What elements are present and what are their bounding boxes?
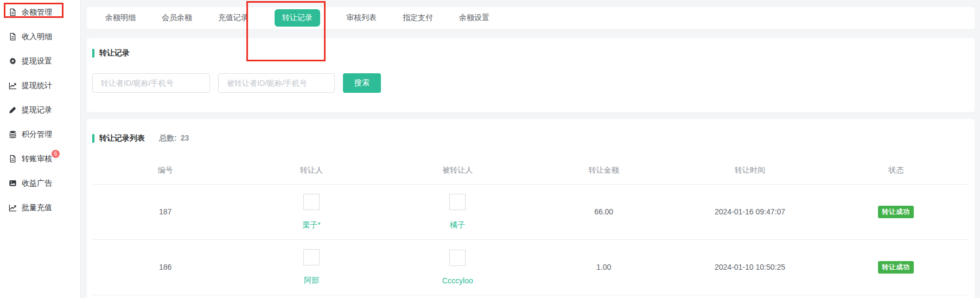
record-id: 187 <box>92 184 238 239</box>
sidebar-item-withdrawal-statistics[interactable]: 提现统计 <box>0 73 80 98</box>
sidebar-item-withdrawal-records[interactable]: 提现记录 <box>0 98 80 122</box>
transferor-name-link[interactable]: 栗子* <box>302 220 320 230</box>
pencil-icon <box>9 106 17 114</box>
transferor-avatar[interactable] <box>303 249 320 265</box>
total-count-value: 23 <box>181 134 189 142</box>
sidebar-item-label: 批量充值 <box>22 203 52 213</box>
total-count-label: 总数: <box>159 134 177 142</box>
tab-recharge-records[interactable]: 充值记录 <box>218 13 249 23</box>
tab-designated-payment[interactable]: 指定支付 <box>403 13 433 23</box>
column-header-id: 编号 <box>92 157 238 184</box>
list-section-title: 转让记录列表 <box>99 134 145 143</box>
record-id: 186 <box>92 239 238 295</box>
filter-section-title: 转让记录 <box>99 48 130 58</box>
document-icon <box>9 33 17 41</box>
column-header-time: 转让时间 <box>677 157 823 184</box>
tab-bar: 余额明细 会员余额 充值记录 转让记录 审核列表 指定支付 余额设置 <box>87 7 975 29</box>
transfer-time: 2024-01-10 10:50:25 <box>677 239 823 295</box>
column-header-transferor: 转让人 <box>238 157 384 184</box>
sidebar-item-label: 提现记录 <box>22 105 52 115</box>
filter-panel: 转让记录 搜索 <box>87 38 975 112</box>
transferee-name-link[interactable]: 橘子 <box>450 220 465 230</box>
sidebar-item-label: 提现设置 <box>22 56 52 66</box>
sidebar-item-transfer-review[interactable]: 转账审核 6 <box>0 147 80 171</box>
tab-review-list[interactable]: 审核列表 <box>346 13 377 23</box>
transferor-avatar[interactable] <box>303 194 320 210</box>
transferee-avatar[interactable] <box>449 194 466 210</box>
column-header-amount: 转让金额 <box>531 157 677 184</box>
transferor-cell: 阿部 <box>238 249 384 286</box>
tab-balance-detail[interactable]: 余额明细 <box>105 13 136 23</box>
table-row: 186 阿部 Ccccyloo 1.00 2024- <box>92 239 969 295</box>
sidebar-item-label: 积分管理 <box>22 130 52 140</box>
transfer-amount: 66.00 <box>531 184 677 239</box>
transferee-cell: 橘子 <box>385 194 531 230</box>
tab-balance-settings[interactable]: 余额设置 <box>459 13 489 23</box>
transfer-records-panel: 转让记录列表 总数:23 编号 转让人 被转让人 转让金额 转让时间 状态 18… <box>87 119 975 298</box>
sidebar-item-withdrawal-settings[interactable]: 提现设置 <box>0 49 80 73</box>
sidebar-item-label: 余额管理 <box>22 8 52 17</box>
sidebar-item-points-management[interactable]: 积分管理 <box>0 122 80 147</box>
tabs: 余额明细 会员余额 充值记录 转让记录 审核列表 指定支付 余额设置 <box>87 7 975 29</box>
section-accent-bar <box>92 49 94 58</box>
transferor-search-input[interactable] <box>92 73 210 93</box>
transferee-name-link[interactable]: Ccccyloo <box>442 276 473 285</box>
main-content: 余额明细 会员余额 充值记录 转让记录 审核列表 指定支付 余额设置 转让记录 … <box>81 0 980 298</box>
notification-badge: 6 <box>52 150 60 158</box>
list-section-header: 转让记录列表 总数:23 <box>87 119 975 143</box>
tab-transfer-records[interactable]: 转让记录 <box>275 9 320 27</box>
sidebar-item-batch-recharge[interactable]: 批量充值 <box>0 195 80 220</box>
column-header-status: 状态 <box>823 157 969 184</box>
transferee-search-input[interactable] <box>218 73 335 93</box>
document-icon <box>9 155 17 163</box>
column-header-transferee: 被转让人 <box>385 157 531 184</box>
sidebar: 余额管理 收入明细 提现设置 提现统计 提现记录 积分管理 转账 <box>0 0 81 298</box>
transferee-cell: Ccccyloo <box>385 250 531 285</box>
transfer-time: 2024-01-16 09:47:07 <box>677 184 823 239</box>
tab-member-balance[interactable]: 会员余额 <box>162 13 192 23</box>
transfer-records-table: 编号 转让人 被转让人 转让金额 转让时间 状态 187 栗子* <box>92 157 969 295</box>
image-icon <box>9 179 17 187</box>
status-badge: 转让成功 <box>878 261 914 274</box>
sidebar-item-balance-management[interactable]: 余额管理 <box>0 0 80 24</box>
sidebar-item-revenue-ads[interactable]: 收益广告 <box>0 171 80 195</box>
line-chart-icon <box>9 204 17 212</box>
database-icon <box>9 130 17 138</box>
sidebar-item-label: 收益广告 <box>22 179 52 188</box>
search-button[interactable]: 搜索 <box>343 73 381 93</box>
section-accent-bar <box>92 134 94 143</box>
sidebar-item-label: 提现统计 <box>22 81 52 91</box>
transferor-cell: 栗子* <box>238 194 384 230</box>
transferee-avatar[interactable] <box>449 250 466 266</box>
table-header: 编号 转让人 被转让人 转让金额 转让时间 状态 <box>92 157 969 184</box>
table-header-row: 编号 转让人 被转让人 转让金额 转让时间 状态 <box>92 157 969 184</box>
sidebar-item-income-detail[interactable]: 收入明细 <box>0 24 80 49</box>
total-count: 总数:23 <box>159 134 189 143</box>
transferor-name-link[interactable]: 阿部 <box>304 276 319 286</box>
sidebar-item-label: 收入明细 <box>22 32 52 42</box>
filter-section-header: 转让记录 <box>87 38 975 58</box>
document-icon <box>9 8 17 16</box>
table-row: 187 栗子* 橘子 66.00 2024-01-1 <box>92 184 969 239</box>
gear-icon <box>9 57 17 65</box>
transfer-amount: 1.00 <box>531 239 677 295</box>
status-badge: 转让成功 <box>878 206 914 218</box>
line-chart-icon <box>9 81 17 90</box>
sidebar-item-label: 转账审核 <box>22 154 52 164</box>
